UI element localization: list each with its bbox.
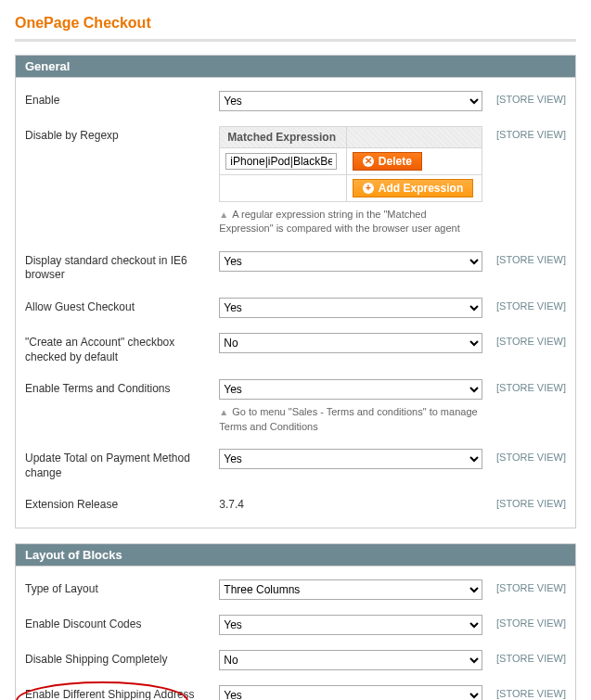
scope-label: [STORE VIEW] bbox=[482, 650, 566, 664]
section-general: General Enable Yes [STORE VIEW] Disable … bbox=[15, 55, 576, 528]
section-header-general[interactable]: General bbox=[16, 56, 575, 78]
label-enable: Enable bbox=[25, 91, 219, 108]
delete-button-label: Delete bbox=[379, 155, 412, 168]
scope-label: [STORE VIEW] bbox=[482, 333, 566, 347]
label-guest: Allow Guest Checkout bbox=[25, 298, 219, 315]
scope-label: [STORE VIEW] bbox=[482, 495, 566, 509]
select-guest[interactable]: Yes bbox=[219, 298, 482, 318]
select-terms[interactable]: Yes bbox=[219, 379, 482, 400]
label-release: Extension Release bbox=[25, 495, 219, 513]
select-create-acct[interactable]: No bbox=[219, 333, 482, 353]
row-enable: Enable Yes [STORE VIEW] bbox=[25, 91, 566, 111]
label-disable-regexp: Disable by Regexp bbox=[25, 126, 219, 144]
add-icon: + bbox=[363, 183, 374, 194]
row-layout-type: Type of Layout Three Columns [STORE VIEW… bbox=[25, 579, 566, 600]
row-guest: Allow Guest Checkout Yes [STORE VIEW] bbox=[25, 298, 566, 318]
select-diff-ship[interactable]: Yes bbox=[219, 685, 482, 700]
label-disable-ship: Disable Shipping Completely bbox=[25, 650, 219, 668]
page-title: OnePage Checkout bbox=[15, 15, 576, 42]
add-expression-button[interactable]: + Add Expression bbox=[353, 179, 473, 197]
scope-label: [STORE VIEW] bbox=[482, 298, 566, 312]
select-enable[interactable]: Yes bbox=[219, 91, 482, 111]
delete-expression-button[interactable]: ✕ Delete bbox=[353, 152, 422, 171]
scope-label: [STORE VIEW] bbox=[482, 126, 566, 140]
row-create-acct: "Create an Account" checkbox checked by … bbox=[25, 333, 566, 364]
select-ie6[interactable]: Yes bbox=[219, 251, 482, 272]
label-terms: Enable Terms and Conditions bbox=[25, 379, 219, 397]
scope-label: [STORE VIEW] bbox=[482, 615, 566, 629]
scope-label: [STORE VIEW] bbox=[482, 449, 566, 463]
row-ie6: Display standard checkout in IE6 browser… bbox=[25, 251, 566, 283]
label-create-acct: "Create an Account" checkbox checked by … bbox=[25, 333, 219, 364]
regexp-hint: ▲A regular expression string in the "Mat… bbox=[219, 208, 482, 236]
regexp-add-row: + Add Expression bbox=[220, 175, 482, 202]
row-release: Extension Release 3.7.4 [STORE VIEW] bbox=[25, 495, 566, 513]
value-release: 3.7.4 bbox=[219, 495, 482, 511]
add-button-label: Add Expression bbox=[379, 182, 463, 195]
terms-hint: ▲Go to menu "Sales - Terms and condition… bbox=[219, 405, 482, 434]
delete-icon: ✕ bbox=[363, 156, 374, 167]
section-header-layout[interactable]: Layout of Blocks bbox=[16, 544, 575, 566]
hint-arrow-icon: ▲ bbox=[219, 210, 228, 220]
row-disable-ship: Disable Shipping Completely No [STORE VI… bbox=[25, 650, 566, 670]
section-layout: Layout of Blocks Type of Layout Three Co… bbox=[15, 543, 576, 700]
hint-arrow-icon: ▲ bbox=[219, 407, 228, 417]
select-update-total[interactable]: Yes bbox=[219, 449, 482, 469]
label-discount: Enable Discount Codes bbox=[25, 615, 219, 632]
scope-label: [STORE VIEW] bbox=[482, 579, 566, 593]
select-discount[interactable]: Yes bbox=[219, 615, 482, 635]
row-terms: Enable Terms and Conditions Yes ▲Go to m… bbox=[25, 379, 566, 434]
row-discount: Enable Discount Codes Yes [STORE VIEW] bbox=[25, 615, 566, 635]
regexp-table: Matched Expression ✕ D bbox=[219, 126, 482, 202]
regexp-col-action bbox=[346, 127, 482, 148]
label-ie6: Display standard checkout in IE6 browser bbox=[25, 251, 219, 283]
select-disable-ship[interactable]: No bbox=[219, 650, 482, 670]
regexp-row: ✕ Delete bbox=[220, 148, 482, 175]
row-diff-ship: Enable Different Shipping Address Yes [S… bbox=[25, 685, 566, 700]
row-disable-regexp: Disable by Regexp Matched Expression bbox=[25, 126, 566, 236]
select-layout-type[interactable]: Three Columns bbox=[219, 579, 482, 600]
scope-label: [STORE VIEW] bbox=[482, 685, 566, 699]
label-layout-type: Type of Layout bbox=[25, 579, 219, 597]
scope-label: [STORE VIEW] bbox=[482, 251, 566, 265]
scope-label: [STORE VIEW] bbox=[482, 379, 566, 393]
scope-label: [STORE VIEW] bbox=[482, 91, 566, 105]
label-diff-ship: Enable Different Shipping Address bbox=[25, 685, 219, 700]
regexp-input[interactable] bbox=[225, 153, 337, 170]
row-update-total: Update Total on Payment Method change Ye… bbox=[25, 449, 566, 480]
regexp-col-header: Matched Expression bbox=[220, 127, 347, 148]
label-update-total: Update Total on Payment Method change bbox=[25, 449, 219, 480]
